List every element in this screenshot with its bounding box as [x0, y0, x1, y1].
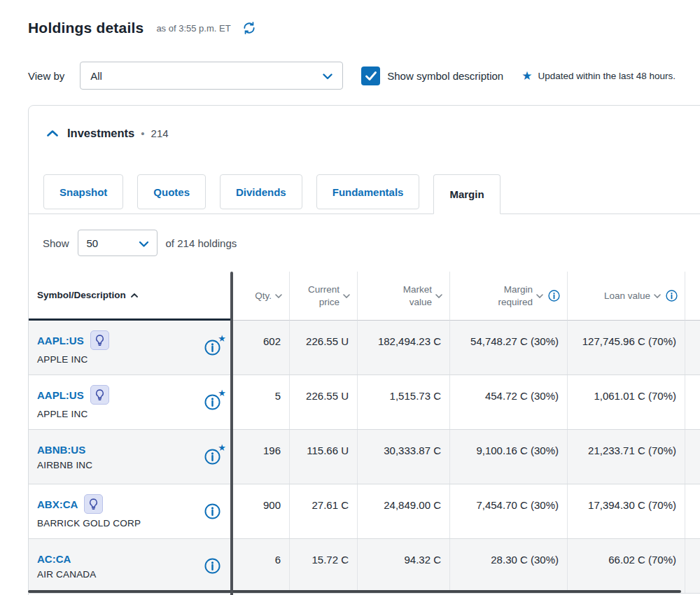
loan-value-cell: 127,745.96 C (70%)	[567, 321, 685, 374]
info-icon[interactable]: ★	[204, 394, 220, 410]
market-value-cell: 94.32 C	[357, 539, 449, 593]
column-header-qty[interactable]: Qty.	[232, 272, 289, 321]
show-symbol-description-label: Show symbol description	[387, 70, 503, 82]
overflow-cell	[685, 321, 700, 374]
filter-row: View by All Show symbol description ★ Up…	[28, 62, 700, 90]
updated-note: Updated within the last 48 hours.	[538, 71, 676, 81]
frozen-column-scrollbar[interactable]	[230, 272, 233, 595]
view-by-select[interactable]: All	[80, 62, 343, 90]
overflow-cell	[685, 430, 700, 484]
info-icon[interactable]	[666, 290, 678, 302]
table-row[interactable]: AAPL:US APPLE INC ★ 5 226.55 U 1,515.73 …	[29, 375, 700, 430]
sort-chevron-icon	[654, 294, 661, 298]
updated-star-icon: ★	[522, 70, 532, 82]
symbol-link[interactable]: AAPL:US	[37, 335, 84, 346]
table-row[interactable]: ABX:CA BARRICK GOLD CORP 900 27.61 C 24,…	[29, 484, 700, 539]
column-label: Qty.	[255, 290, 272, 301]
section-title: Investments	[67, 127, 134, 140]
star-badge-icon: ★	[218, 388, 226, 398]
current-price-cell: 27.61 C	[289, 484, 357, 538]
collapse-chevron-icon[interactable]	[47, 130, 58, 136]
column-label: Current price	[308, 284, 340, 308]
tab-quotes[interactable]: Quotes	[137, 174, 206, 209]
current-price-cell: 226.55 U	[289, 375, 357, 429]
symbol-cell: AAPL:US APPLE INC ★	[29, 375, 232, 429]
loan-value-cell: 1,061.01 C (70%)	[567, 375, 685, 429]
tab-snapshot[interactable]: Snapshot	[43, 174, 123, 209]
symbol-description: APPLE INC	[37, 409, 109, 419]
show-symbol-description-checkbox[interactable]	[361, 66, 380, 85]
title-row: Holdings details as of 3:55 p.m. ET	[0, 0, 700, 36]
table-row[interactable]: ABNB:US AIRBNB INC ★ 196 115.66 U 30,333…	[29, 430, 700, 484]
symbol-link[interactable]: ABX:CA	[37, 498, 78, 510]
margin-required-cell: 7,454.70 C (30%)	[449, 484, 567, 538]
column-header-symbol[interactable]: Symbol/Description	[29, 272, 232, 321]
info-icon[interactable]	[204, 558, 220, 574]
page-size-row: Show 50 of 214 holdings	[43, 230, 700, 256]
column-header-loan-value[interactable]: Loan value	[567, 272, 685, 321]
loan-value-cell: 66.02 C (70%)	[567, 539, 685, 593]
current-price-cell: 226.55 U	[289, 321, 357, 374]
symbol-description: AIRBNB INC	[37, 460, 92, 470]
page-size-select[interactable]: 50	[78, 230, 158, 256]
info-icon[interactable]	[548, 290, 560, 302]
idea-bulb-badge[interactable]	[90, 385, 109, 405]
symbol-cell: AC:CA AIR CANADA	[29, 539, 232, 593]
margin-required-cell: 28.30 C (30%)	[449, 539, 567, 593]
qty-cell: 5	[232, 375, 289, 429]
info-icon[interactable]: ★	[204, 449, 220, 465]
market-value-cell: 1,515.73 C	[357, 375, 449, 429]
current-price-cell: 15.72 C	[289, 539, 357, 593]
market-value-cell: 182,494.23 C	[357, 321, 449, 374]
symbol-link[interactable]: AAPL:US	[37, 389, 84, 401]
chevron-down-icon	[139, 237, 148, 249]
star-badge-icon: ★	[218, 443, 226, 452]
margin-required-cell: 54,748.27 C (30%)	[449, 321, 567, 374]
symbol-link[interactable]: AC:CA	[37, 553, 71, 565]
symbol-description: APPLE INC	[37, 354, 109, 365]
symbol-cell: AAPL:US APPLE INC ★	[29, 321, 232, 374]
page-title: Holdings details	[28, 20, 144, 36]
column-header-current-price[interactable]: Current price	[289, 272, 357, 321]
symbol-cell: ABNB:US AIRBNB INC ★	[29, 430, 232, 484]
current-price-cell: 115.66 U	[289, 430, 357, 484]
table-row[interactable]: AC:CA AIR CANADA 6 15.72 C 94.32 C 28.30…	[29, 539, 700, 594]
as-of-timestamp: as of 3:55 p.m. ET	[156, 23, 230, 34]
lightbulb-icon	[95, 335, 104, 346]
column-header-market-value[interactable]: Market value	[357, 272, 449, 321]
column-header-margin-required[interactable]: Margin required	[449, 272, 567, 321]
check-icon	[365, 71, 377, 80]
tab-dividends[interactable]: Dividends	[220, 174, 302, 209]
info-icon[interactable]: ★	[204, 340, 220, 356]
overflow-cell	[685, 539, 700, 593]
symbol-description: BARRICK GOLD CORP	[37, 518, 141, 528]
margin-required-cell: 454.72 C (30%)	[449, 375, 567, 429]
symbol-block: ABX:CA BARRICK GOLD CORP	[37, 494, 141, 528]
symbol-block: ABNB:US AIRBNB INC	[37, 444, 92, 470]
loan-value-cell: 17,394.30 C (70%)	[567, 484, 685, 538]
show-suffix: of 214 holdings	[166, 237, 237, 249]
qty-cell: 196	[232, 430, 289, 484]
horizontal-scrollbar[interactable]	[28, 590, 681, 593]
tab-margin[interactable]: Margin	[433, 174, 500, 214]
tab-fundamentals[interactable]: Fundamentals	[316, 174, 420, 209]
info-icon[interactable]	[204, 503, 220, 519]
sort-chevron-icon	[275, 294, 282, 298]
overflow-cell	[685, 484, 700, 538]
column-label: Margin required	[498, 284, 533, 308]
refresh-icon[interactable]	[242, 21, 256, 35]
idea-bulb-badge[interactable]	[84, 494, 103, 514]
table-header: Symbol/Description Qty. Current price Ma…	[29, 272, 700, 321]
column-header-overflow	[685, 272, 700, 321]
table-row[interactable]: AAPL:US APPLE INC ★ 602 226.55 U 182,494…	[29, 321, 700, 375]
column-label: Loan value	[604, 290, 650, 301]
chevron-down-icon	[323, 70, 332, 82]
view-by-label: View by	[28, 70, 64, 82]
symbol-link[interactable]: ABNB:US	[37, 444, 85, 456]
idea-bulb-badge[interactable]	[90, 330, 109, 350]
tab-bar: Snapshot Quotes Dividends Fundamentals M…	[29, 174, 700, 214]
sort-asc-icon	[131, 293, 138, 298]
view-by-value: All	[90, 70, 102, 82]
holdings-count: 214	[151, 127, 169, 139]
table-body: AAPL:US APPLE INC ★ 602 226.55 U 182,494…	[29, 321, 700, 594]
